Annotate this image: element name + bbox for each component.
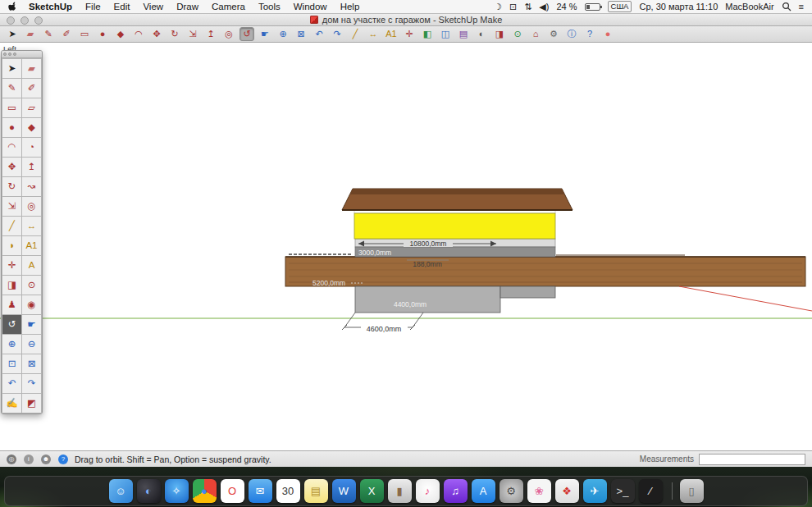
protractor-tool[interactable]: ◗ [2, 236, 21, 255]
circle-tool[interactable]: ● [95, 27, 110, 41]
safari[interactable]: ✧ [165, 479, 189, 503]
calendar[interactable]: 30 [276, 479, 300, 503]
word[interactable]: W [332, 479, 356, 503]
opera[interactable]: O [221, 479, 244, 503]
zoom-tool[interactable]: ⊕ [276, 27, 290, 41]
select-tool[interactable]: ➤ [5, 27, 20, 41]
user-icon[interactable]: ☻ [41, 454, 51, 464]
extension-icon[interactable]: ⚙ [546, 27, 561, 41]
excel[interactable]: X [360, 479, 384, 503]
move-tool[interactable]: ✥ [149, 27, 164, 41]
previous-view-tool[interactable]: ↶ [2, 374, 21, 393]
line-tool[interactable]: ✎ [41, 27, 56, 41]
chrome[interactable]: ● [193, 479, 217, 503]
help-icon[interactable]: ? [58, 454, 68, 464]
line-tool[interactable]: ✎ [2, 79, 21, 98]
scale-tool[interactable]: ⇲ [2, 197, 21, 216]
podcasts[interactable]: ♫ [444, 479, 468, 503]
apple-menu[interactable] [8, 2, 17, 11]
scale-tool[interactable]: ⇲ [185, 27, 200, 41]
trash[interactable]: ▯ [680, 479, 704, 503]
axes-tool[interactable]: ✛ [2, 256, 21, 275]
arc-tool[interactable]: ◠ [131, 27, 146, 41]
orbit-tool[interactable]: ↺ [239, 27, 254, 41]
palette-close-icon[interactable] [3, 53, 7, 56]
text-tool[interactable]: A1 [384, 27, 399, 41]
arc-tool[interactable]: ◠ [2, 138, 21, 157]
pie-tool[interactable]: ◔ [22, 138, 41, 157]
rotated-rectangle-tool[interactable]: ▱ [22, 98, 41, 117]
eraser-tool[interactable]: ▰ [23, 27, 38, 41]
mail[interactable]: ✉ [249, 479, 272, 503]
close-button[interactable] [7, 16, 15, 25]
dimension-tool[interactable]: ↔ [366, 27, 381, 41]
zoom-window-tool[interactable]: ⊡ [2, 354, 21, 373]
help-icon-toolbar[interactable]: ? [582, 27, 597, 41]
section-display-tool[interactable]: ◩ [22, 394, 41, 413]
pan-tool[interactable]: ☛ [22, 315, 41, 334]
shadows-icon[interactable]: ◐ [474, 27, 489, 41]
offset-tool[interactable]: ◎ [221, 27, 236, 41]
paint-bucket-tool[interactable]: ◧ [420, 27, 435, 41]
maximize-button[interactable] [34, 16, 43, 25]
tape-measure-tool[interactable]: ╱ [348, 27, 363, 41]
menu-window[interactable]: Window [294, 2, 327, 11]
next-view-tool[interactable]: ↷ [330, 27, 344, 41]
siri[interactable]: ◐ [137, 479, 161, 503]
zoom-extents-tool[interactable]: ⊠ [294, 27, 308, 41]
axes-tool[interactable]: ✛ [402, 27, 417, 41]
app-store[interactable]: A [472, 479, 495, 503]
eraser-tool[interactable]: ▰ [22, 59, 41, 78]
3d-text-tool[interactable]: A [22, 256, 41, 275]
floor-band-light[interactable] [355, 239, 555, 247]
moon-icon[interactable]: ☽ [494, 2, 502, 11]
system-preferences[interactable]: ⚙ [500, 479, 523, 503]
terminal[interactable]: >_ [611, 479, 635, 503]
menu-clock[interactable]: Ср, 30 марта 11:10 [639, 2, 718, 11]
sketchup[interactable]: ❖ [555, 479, 579, 503]
tape-measure-tool[interactable]: ╱ [2, 217, 21, 235]
rectangle-tool[interactable]: ▭ [2, 98, 21, 117]
volume-icon[interactable]: ◀) [539, 2, 549, 11]
bug-splat-icon[interactable]: ● [600, 27, 615, 41]
look-around-tool[interactable]: ◉ [22, 295, 41, 314]
walk-tool[interactable]: ♟ [2, 295, 21, 314]
zoom-in-tool[interactable]: ⊕ [2, 335, 21, 354]
zoom-extents-tool[interactable]: ⊠ [22, 354, 41, 373]
rotate-tool[interactable]: ↻ [167, 27, 182, 41]
polygon-tool[interactable]: ◆ [22, 118, 41, 137]
sync-icon[interactable]: ⇅ [524, 2, 531, 11]
pan-tool[interactable]: ☛ [258, 27, 272, 41]
spotlight-icon[interactable] [782, 2, 791, 11]
move-tool[interactable]: ✥ [2, 158, 21, 176]
next-view-tool[interactable]: ↷ [22, 374, 41, 393]
adobe-app[interactable]: ∕ [639, 479, 663, 503]
push-pull-tool[interactable]: ↥ [22, 158, 41, 176]
rotate-tool[interactable]: ↻ [2, 177, 21, 196]
measurements-input[interactable] [699, 454, 805, 465]
dimension-tool[interactable]: ↔ [22, 217, 41, 235]
info-icon[interactable]: i [24, 454, 34, 464]
menu-user[interactable]: MacBookAir [725, 2, 773, 11]
notification-center-icon[interactable]: ≡ [799, 2, 804, 11]
dictionary[interactable]: ▮ [388, 479, 412, 503]
warehouse-icon[interactable]: ⌂ [528, 27, 543, 41]
position-camera-tool[interactable]: ⊙ [22, 276, 41, 295]
model-view[interactable]: 10800,0mm 3000,0mm 188,0mm 5200,0mm 4400… [0, 43, 812, 450]
freehand-tool[interactable]: ✐ [59, 27, 74, 41]
telegram[interactable]: ✈ [583, 479, 607, 503]
freehand-tool[interactable]: ✐ [22, 79, 41, 98]
add-location-icon[interactable]: ⊙ [510, 27, 525, 41]
circle-tool[interactable]: ● [2, 118, 21, 137]
menu-camera[interactable]: Camera [212, 2, 245, 11]
itunes[interactable]: ♪ [416, 479, 440, 503]
orbit-tool[interactable]: ↺ [2, 315, 21, 334]
rectangle-tool[interactable]: ▭ [77, 27, 92, 41]
menu-view[interactable]: View [143, 2, 163, 11]
photos-app[interactable]: ❀ [527, 479, 551, 503]
foundation-block[interactable] [355, 286, 500, 313]
menu-tools[interactable]: Tools [258, 2, 281, 11]
palette-header[interactable] [2, 51, 42, 58]
model-canvas[interactable]: Left [0, 43, 812, 450]
menu-file[interactable]: File [85, 2, 101, 11]
